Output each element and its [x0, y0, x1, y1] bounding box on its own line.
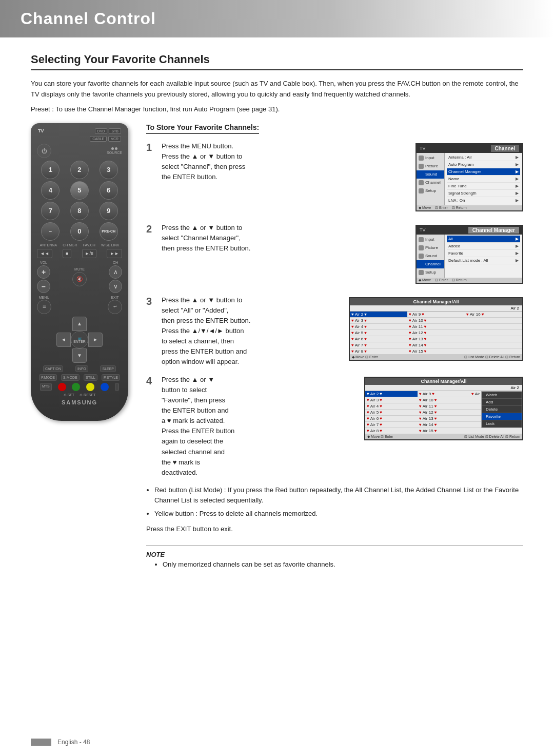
page-footer: English - 48 — [31, 739, 90, 746]
ch-down-btn[interactable]: ∨ — [109, 280, 122, 293]
ch-air5: ♥Air 5♥ — [350, 330, 407, 336]
dpad: ▲ ◄ 📺 ENTER ► ▼ — [56, 317, 103, 363]
power-button[interactable]: ⏻ — [37, 144, 51, 158]
btn-7[interactable]: 7 — [41, 202, 60, 220]
menu-favorite: Favorite▶ — [447, 250, 520, 257]
sb2-input: Input — [417, 236, 444, 244]
pmode-row: P.MODE S.MODE STILL P.STYLE — [37, 374, 122, 381]
channel-sidebar-label: Channel — [425, 180, 441, 185]
menu-lna: LNA : On▶ — [447, 197, 520, 204]
tv-channel-screen: TV Channel Input Picture — [416, 143, 523, 211]
source-label: SOURCE — [107, 151, 122, 154]
vcr-btn[interactable]: VCR — [108, 136, 121, 142]
ch-mgr-all-screen-2: Channel Manager/All Air 2 ♥Air 2♥ ♥Air 9… — [364, 377, 523, 440]
btn-3[interactable]: 3 — [100, 161, 118, 179]
ch-up-btn[interactable]: ∧ — [109, 265, 122, 279]
main-layout: TV DVD STB CABLE VCR ⏻ — [31, 123, 523, 568]
tv-screen-2-footer: ◆ Move ⊡ Enter ⊡ Return — [417, 278, 522, 283]
step-1: 1 Press the MENU button. Press the ▲ or … — [146, 141, 523, 216]
dpad-up[interactable]: ▲ — [72, 317, 87, 331]
btn-6[interactable]: 6 — [100, 181, 118, 200]
ch-mgr-footer-2: ◆ Move ⊡ Enter ⊡ List Mode ⊡ Delete All … — [365, 434, 522, 439]
source-selector-row: TV DVD STB — [37, 128, 122, 134]
dpad-left[interactable]: ◄ — [56, 333, 71, 347]
btn-9[interactable]: 9 — [100, 202, 118, 220]
dvd-btn[interactable]: DVD — [95, 128, 108, 134]
menu-signal-strength: Signal Strength▶ — [447, 190, 520, 197]
red-button-bullet: Red button (List Mode) : If you press th… — [154, 485, 523, 506]
rew-btn[interactable]: ◄◄ — [37, 249, 52, 258]
btn-dash[interactable]: – — [41, 222, 60, 241]
tv-menu-items-1: Antenna : Air▶ Auto Program▶ Channel Man… — [445, 153, 522, 205]
step-3-number: 3 — [146, 296, 156, 306]
picture-icon — [419, 164, 424, 169]
ch-air4: ♥Air 4♥ — [350, 324, 407, 330]
btn-5[interactable]: 5 — [70, 181, 89, 200]
btn-prech[interactable]: PRE-CH — [100, 222, 118, 241]
s4-ch-air8: ♥Air 8♥ — [365, 428, 418, 434]
exit-btn[interactable]: ↩ — [108, 300, 122, 314]
ff-btn[interactable]: ►► — [107, 249, 122, 258]
note-title: NOTE — [146, 551, 523, 558]
stb-btn[interactable]: STB — [109, 128, 121, 134]
cable-btn[interactable]: CABLE — [90, 136, 107, 142]
mts-btn[interactable]: MTS — [40, 383, 52, 391]
caption-btn[interactable]: CAPTION — [43, 365, 63, 372]
ch-air16: ♥Air 16♥ — [465, 312, 522, 318]
tv-screen-2-header: TV Channel Manager — [417, 226, 522, 235]
menu-label: MENU — [39, 296, 50, 299]
page-content: Selecting Your Favorite Channels You can… — [0, 37, 554, 589]
cable-vcr-boxes: CABLE VCR — [90, 136, 121, 142]
menu-btn[interactable]: ☰ — [37, 300, 51, 314]
still-btn[interactable]: STILL — [84, 374, 97, 381]
dpad-center-enter[interactable]: 📺 ENTER — [71, 331, 88, 348]
sleep-btn[interactable]: SLEEP — [100, 365, 116, 372]
samsung-logo: SAMSUNG — [37, 399, 122, 405]
step-2-text: Press the ▲ or ▼ button to select "Chann… — [162, 223, 409, 254]
menu-name: Name▶ — [447, 176, 520, 183]
btn-4[interactable]: 4 — [41, 181, 60, 200]
playpause-btn[interactable]: ►/II — [82, 249, 96, 258]
s4-ch-air2: ♥Air 2♥ — [365, 391, 418, 397]
pmode-btn[interactable]: P.MODE — [39, 374, 57, 381]
vol-down-btn[interactable]: – — [37, 280, 50, 293]
ch-empty5 — [465, 348, 522, 355]
pstyle-btn[interactable]: P.STYLE — [102, 374, 120, 381]
info-btn[interactable]: INFO — [75, 365, 88, 372]
step-2: 2 Press the ▲ or ▼ button to select "Cha… — [146, 223, 523, 288]
ch-label: CH — [113, 261, 118, 264]
option-overlay: Watch Add Delete Favorite Lock — [481, 391, 522, 428]
yellow-btn[interactable] — [86, 383, 94, 391]
dpad-right[interactable]: ► — [88, 333, 103, 347]
mute-btn[interactable]: 🔇 — [72, 272, 87, 286]
btn-8[interactable]: 8 — [70, 202, 89, 220]
dpad-down[interactable]: ▼ — [72, 348, 87, 363]
sb2-setup: Setup — [417, 268, 444, 277]
option-lock: Lock — [482, 420, 522, 428]
blue-btn[interactable] — [101, 383, 109, 391]
btn-1[interactable]: 1 — [41, 161, 60, 179]
setup-label: Setup — [425, 188, 436, 193]
btn-2[interactable]: 2 — [70, 161, 89, 179]
ch-mgr-footer: ◆ Move ⊡ Enter ⊡ List Mode ⊡ Delete All … — [350, 355, 522, 360]
vol-up-btn[interactable]: + — [37, 265, 50, 279]
preset-text: Preset : To use the Channel Manager func… — [31, 105, 523, 113]
smode-btn[interactable]: S.MODE — [61, 374, 80, 381]
ch-air15: ♥Air 15♥ — [407, 348, 465, 355]
step-3-text: Press the ▲ or ▼ button to select "All" … — [162, 295, 343, 367]
stop-btn[interactable]: ■ — [63, 249, 71, 258]
color-btn-row: MTS — [37, 383, 122, 391]
vol-ch-area: VOL + – MUTE 🔇 CH ∧ ∨ — [37, 261, 122, 293]
section-title: Selecting Your Favorite Channels — [31, 53, 523, 70]
menu-default-list: Default List mode : All▶ — [447, 257, 520, 264]
red-btn[interactable] — [58, 383, 66, 391]
cable-vcr-row: CABLE VCR — [37, 136, 122, 142]
sound-label: Sound — [425, 172, 437, 177]
extra-btn[interactable] — [115, 383, 119, 391]
number-grid: 1 2 3 4 5 6 7 8 9 – 0 PRE-CH — [37, 161, 122, 241]
green-btn[interactable] — [72, 383, 80, 391]
tv-label-screen2: TV — [420, 227, 426, 232]
sb2-picture-icon — [419, 245, 424, 250]
ch-empty4 — [465, 342, 522, 348]
btn-0[interactable]: 0 — [70, 222, 89, 241]
